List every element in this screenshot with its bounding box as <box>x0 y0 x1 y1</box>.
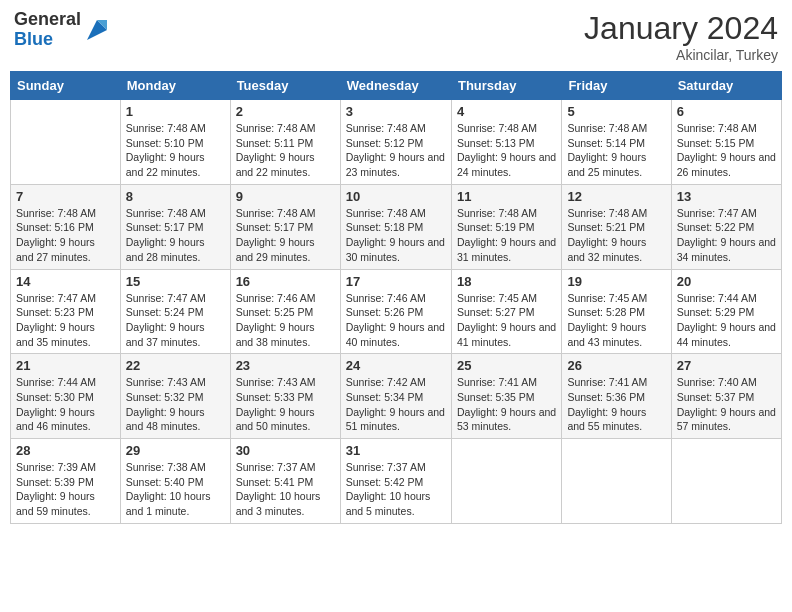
calendar-cell: 21Sunrise: 7:44 AMSunset: 5:30 PMDayligh… <box>11 354 121 439</box>
day-detail: Sunrise: 7:41 AMSunset: 5:36 PMDaylight:… <box>567 375 665 434</box>
calendar-cell: 16Sunrise: 7:46 AMSunset: 5:25 PMDayligh… <box>230 269 340 354</box>
logo-blue: Blue <box>14 29 53 49</box>
day-detail: Sunrise: 7:48 AMSunset: 5:19 PMDaylight:… <box>457 206 556 265</box>
location: Akincilar, Turkey <box>584 47 778 63</box>
day-number: 11 <box>457 189 556 204</box>
day-number: 27 <box>677 358 776 373</box>
day-number: 18 <box>457 274 556 289</box>
calendar-cell <box>451 439 561 524</box>
logo-general: General <box>14 9 81 29</box>
day-detail: Sunrise: 7:46 AMSunset: 5:26 PMDaylight:… <box>346 291 446 350</box>
day-number: 12 <box>567 189 665 204</box>
day-detail: Sunrise: 7:48 AMSunset: 5:17 PMDaylight:… <box>126 206 225 265</box>
calendar-cell: 5Sunrise: 7:48 AMSunset: 5:14 PMDaylight… <box>562 100 671 185</box>
day-number: 24 <box>346 358 446 373</box>
calendar-header-row: SundayMondayTuesdayWednesdayThursdayFrid… <box>11 72 782 100</box>
calendar-cell: 9Sunrise: 7:48 AMSunset: 5:17 PMDaylight… <box>230 184 340 269</box>
page-header: General Blue January 2024 Akincilar, Tur… <box>10 10 782 63</box>
calendar-cell: 19Sunrise: 7:45 AMSunset: 5:28 PMDayligh… <box>562 269 671 354</box>
calendar-cell: 20Sunrise: 7:44 AMSunset: 5:29 PMDayligh… <box>671 269 781 354</box>
day-detail: Sunrise: 7:48 AMSunset: 5:12 PMDaylight:… <box>346 121 446 180</box>
calendar-cell: 7Sunrise: 7:48 AMSunset: 5:16 PMDaylight… <box>11 184 121 269</box>
calendar-cell <box>671 439 781 524</box>
calendar-cell: 1Sunrise: 7:48 AMSunset: 5:10 PMDaylight… <box>120 100 230 185</box>
calendar-cell: 13Sunrise: 7:47 AMSunset: 5:22 PMDayligh… <box>671 184 781 269</box>
day-detail: Sunrise: 7:46 AMSunset: 5:25 PMDaylight:… <box>236 291 335 350</box>
day-number: 17 <box>346 274 446 289</box>
calendar-cell <box>11 100 121 185</box>
day-number: 25 <box>457 358 556 373</box>
logo: General Blue <box>14 10 111 50</box>
calendar-week-row: 21Sunrise: 7:44 AMSunset: 5:30 PMDayligh… <box>11 354 782 439</box>
calendar-cell: 2Sunrise: 7:48 AMSunset: 5:11 PMDaylight… <box>230 100 340 185</box>
calendar-cell: 28Sunrise: 7:39 AMSunset: 5:39 PMDayligh… <box>11 439 121 524</box>
day-detail: Sunrise: 7:41 AMSunset: 5:35 PMDaylight:… <box>457 375 556 434</box>
day-number: 2 <box>236 104 335 119</box>
day-number: 31 <box>346 443 446 458</box>
day-detail: Sunrise: 7:42 AMSunset: 5:34 PMDaylight:… <box>346 375 446 434</box>
calendar-cell <box>562 439 671 524</box>
day-number: 16 <box>236 274 335 289</box>
weekday-header-sunday: Sunday <box>11 72 121 100</box>
day-number: 28 <box>16 443 115 458</box>
day-detail: Sunrise: 7:43 AMSunset: 5:32 PMDaylight:… <box>126 375 225 434</box>
day-detail: Sunrise: 7:48 AMSunset: 5:10 PMDaylight:… <box>126 121 225 180</box>
day-detail: Sunrise: 7:48 AMSunset: 5:21 PMDaylight:… <box>567 206 665 265</box>
day-number: 1 <box>126 104 225 119</box>
day-number: 23 <box>236 358 335 373</box>
calendar-cell: 10Sunrise: 7:48 AMSunset: 5:18 PMDayligh… <box>340 184 451 269</box>
day-detail: Sunrise: 7:44 AMSunset: 5:29 PMDaylight:… <box>677 291 776 350</box>
calendar-cell: 4Sunrise: 7:48 AMSunset: 5:13 PMDaylight… <box>451 100 561 185</box>
day-detail: Sunrise: 7:39 AMSunset: 5:39 PMDaylight:… <box>16 460 115 519</box>
weekday-header-monday: Monday <box>120 72 230 100</box>
day-detail: Sunrise: 7:47 AMSunset: 5:24 PMDaylight:… <box>126 291 225 350</box>
weekday-header-friday: Friday <box>562 72 671 100</box>
day-number: 21 <box>16 358 115 373</box>
day-detail: Sunrise: 7:40 AMSunset: 5:37 PMDaylight:… <box>677 375 776 434</box>
day-number: 5 <box>567 104 665 119</box>
day-number: 14 <box>16 274 115 289</box>
day-detail: Sunrise: 7:48 AMSunset: 5:14 PMDaylight:… <box>567 121 665 180</box>
day-detail: Sunrise: 7:47 AMSunset: 5:22 PMDaylight:… <box>677 206 776 265</box>
day-number: 3 <box>346 104 446 119</box>
day-detail: Sunrise: 7:45 AMSunset: 5:27 PMDaylight:… <box>457 291 556 350</box>
weekday-header-wednesday: Wednesday <box>340 72 451 100</box>
day-number: 30 <box>236 443 335 458</box>
day-detail: Sunrise: 7:43 AMSunset: 5:33 PMDaylight:… <box>236 375 335 434</box>
calendar-week-row: 1Sunrise: 7:48 AMSunset: 5:10 PMDaylight… <box>11 100 782 185</box>
calendar-cell: 18Sunrise: 7:45 AMSunset: 5:27 PMDayligh… <box>451 269 561 354</box>
calendar-cell: 14Sunrise: 7:47 AMSunset: 5:23 PMDayligh… <box>11 269 121 354</box>
day-number: 26 <box>567 358 665 373</box>
day-detail: Sunrise: 7:48 AMSunset: 5:16 PMDaylight:… <box>16 206 115 265</box>
calendar-cell: 3Sunrise: 7:48 AMSunset: 5:12 PMDaylight… <box>340 100 451 185</box>
day-number: 8 <box>126 189 225 204</box>
day-number: 4 <box>457 104 556 119</box>
day-number: 9 <box>236 189 335 204</box>
day-detail: Sunrise: 7:37 AMSunset: 5:42 PMDaylight:… <box>346 460 446 519</box>
day-number: 20 <box>677 274 776 289</box>
month-title: January 2024 <box>584 10 778 47</box>
day-number: 15 <box>126 274 225 289</box>
calendar-cell: 23Sunrise: 7:43 AMSunset: 5:33 PMDayligh… <box>230 354 340 439</box>
title-block: January 2024 Akincilar, Turkey <box>584 10 778 63</box>
logo-icon <box>83 16 111 44</box>
calendar-week-row: 14Sunrise: 7:47 AMSunset: 5:23 PMDayligh… <box>11 269 782 354</box>
calendar-cell: 6Sunrise: 7:48 AMSunset: 5:15 PMDaylight… <box>671 100 781 185</box>
calendar-cell: 24Sunrise: 7:42 AMSunset: 5:34 PMDayligh… <box>340 354 451 439</box>
calendar-cell: 31Sunrise: 7:37 AMSunset: 5:42 PMDayligh… <box>340 439 451 524</box>
calendar-cell: 17Sunrise: 7:46 AMSunset: 5:26 PMDayligh… <box>340 269 451 354</box>
calendar-cell: 27Sunrise: 7:40 AMSunset: 5:37 PMDayligh… <box>671 354 781 439</box>
calendar-cell: 25Sunrise: 7:41 AMSunset: 5:35 PMDayligh… <box>451 354 561 439</box>
calendar-cell: 12Sunrise: 7:48 AMSunset: 5:21 PMDayligh… <box>562 184 671 269</box>
day-detail: Sunrise: 7:44 AMSunset: 5:30 PMDaylight:… <box>16 375 115 434</box>
calendar-cell: 30Sunrise: 7:37 AMSunset: 5:41 PMDayligh… <box>230 439 340 524</box>
weekday-header-thursday: Thursday <box>451 72 561 100</box>
day-detail: Sunrise: 7:48 AMSunset: 5:17 PMDaylight:… <box>236 206 335 265</box>
calendar-cell: 11Sunrise: 7:48 AMSunset: 5:19 PMDayligh… <box>451 184 561 269</box>
day-number: 6 <box>677 104 776 119</box>
calendar-cell: 29Sunrise: 7:38 AMSunset: 5:40 PMDayligh… <box>120 439 230 524</box>
day-number: 10 <box>346 189 446 204</box>
weekday-header-saturday: Saturday <box>671 72 781 100</box>
calendar-cell: 22Sunrise: 7:43 AMSunset: 5:32 PMDayligh… <box>120 354 230 439</box>
day-number: 19 <box>567 274 665 289</box>
